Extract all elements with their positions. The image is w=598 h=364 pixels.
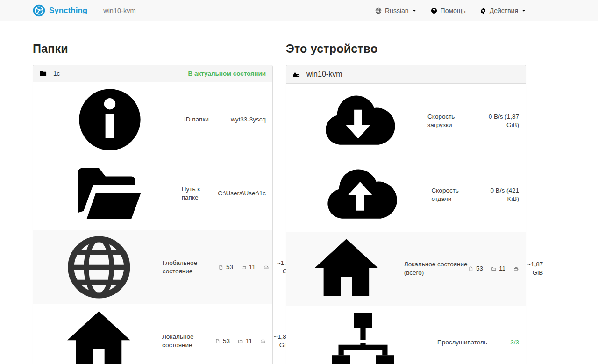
device-icon — [293, 71, 300, 78]
cloud-download-icon — [293, 86, 423, 156]
question-circle-icon — [431, 7, 437, 14]
device-name: win10-kvm — [306, 70, 342, 79]
folder-row-id: ID папки wyt33-3yscq — [33, 83, 272, 157]
folder-name: 1c — [53, 70, 60, 77]
folder-outline-icon — [238, 338, 243, 344]
globe-icon — [40, 232, 158, 302]
local-state-total-value: 53 11 ~1,87 GiB — [469, 260, 543, 277]
folder-outline-icon — [242, 264, 246, 271]
caret-down-icon — [521, 8, 526, 13]
device-row-listeners: Прослушиватель 3/3 — [286, 306, 526, 364]
help-menu[interactable]: Помощь — [431, 7, 466, 14]
folder-row-global-state: Глобальное состояние 53 11 ~1,87 GiB — [33, 230, 272, 304]
folder-outline-icon — [491, 266, 496, 272]
download-rate-value: 0 B/s (1,87 GiB) — [477, 113, 519, 129]
syncthing-logo-icon — [33, 4, 45, 17]
navbar-device-name: win10-kvm — [103, 7, 135, 14]
folder-row-path: Путь к папке C:\Users\User\1c — [33, 157, 272, 230]
folder-1c-header[interactable]: 1c В актуальном состоянии — [33, 65, 272, 82]
actions-label: Действия — [490, 7, 518, 14]
actions-menu[interactable]: Действия — [480, 7, 526, 14]
folders-heading: Папки — [33, 42, 273, 56]
global-state-value: 53 11 ~1,87 GiB — [219, 259, 293, 276]
this-device-heading: Это устройство — [286, 42, 526, 56]
device-row-local-state: Локальное состояние (всего) 53 11 ~1,87 … — [286, 232, 526, 306]
file-icon — [215, 338, 220, 344]
top-navbar: Syncthing win10-kvm Russian Помощь Дейст… — [0, 0, 598, 21]
language-label: Russian — [385, 7, 409, 14]
home-icon — [40, 306, 158, 364]
navbar-menu: Russian Помощь Действия — [375, 7, 526, 14]
home-icon — [293, 234, 400, 304]
syncthing-brand[interactable]: Syncthing — [33, 4, 87, 17]
folder-id-value: wyt33-3yscq — [231, 115, 266, 124]
devices-column: Это устройство win10-kvm Скорость загруз… — [286, 21, 526, 364]
folder-icon — [40, 70, 47, 77]
caret-down-icon — [412, 8, 417, 13]
device-row-download-rate: Скорость загрузки 0 B/s (1,87 GiB) — [286, 84, 526, 158]
device-row-upload-rate: Скорость отдачи 0 B/s (421 KiB) — [286, 158, 526, 232]
hdd-icon — [514, 266, 519, 272]
file-icon — [219, 264, 223, 271]
folder-path-value: C:\Users\User\1c — [218, 189, 266, 198]
folder-status-badge: В актуальном состоянии — [188, 70, 266, 77]
this-device-panel: win10-kvm Скорость загрузки 0 B/s (1,87 … — [286, 65, 526, 364]
hdd-icon — [264, 264, 269, 271]
this-device-details: Скорость загрузки 0 B/s (1,87 GiB) Скоро… — [286, 83, 526, 364]
cloud-upload-icon — [293, 160, 427, 230]
folders-column: Папки 1c В актуальном состоянии ID папки… — [33, 21, 273, 364]
folder-1c-details: ID папки wyt33-3yscq Путь к папке C:\Use… — [33, 82, 272, 364]
file-icon — [469, 266, 473, 272]
folder-row-local-state: Локальное состояние 53 11 ~1,87 GiB — [33, 304, 272, 364]
help-label: Помощь — [441, 7, 466, 14]
upload-rate-value: 0 B/s (421 KiB) — [478, 186, 519, 203]
hdd-icon — [261, 338, 265, 344]
listeners-value: 3/3 — [510, 338, 519, 347]
local-state-value: 53 11 ~1,87 GiB — [215, 333, 290, 350]
this-device-header[interactable]: win10-kvm — [286, 65, 526, 83]
info-circle-icon — [40, 85, 180, 155]
brand-name: Syncthing — [49, 6, 87, 15]
globe-icon — [375, 7, 382, 14]
gear-icon — [480, 7, 486, 14]
folder-panel-1c: 1c В актуальном состоянии ID папки wyt33… — [33, 65, 273, 364]
folder-open-icon — [40, 158, 178, 228]
sitemap-icon — [293, 307, 433, 364]
language-menu[interactable]: Russian — [375, 7, 417, 14]
